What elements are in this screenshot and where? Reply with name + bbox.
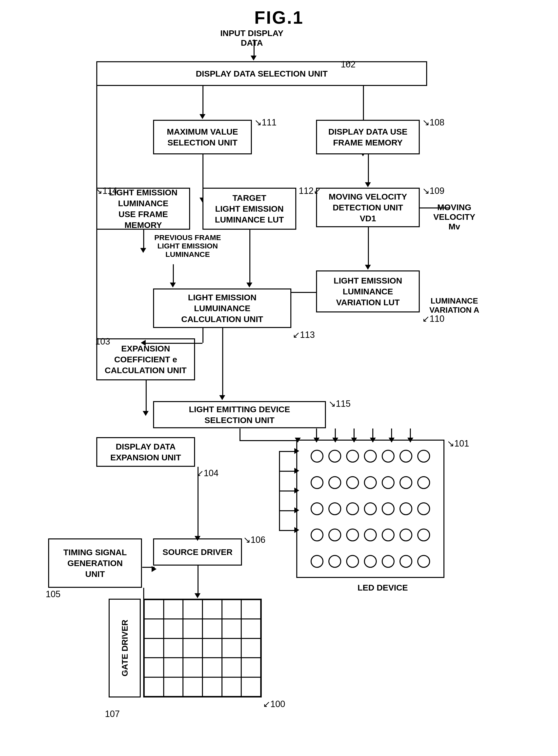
lcd-panel	[143, 599, 262, 698]
arrow-lec-to-ec	[202, 328, 203, 343]
luminance-variation-label: LUMINANCE VARIATION A	[427, 296, 481, 314]
arrowhead-13	[143, 411, 149, 416]
led-1-3	[346, 450, 359, 462]
target-light-emission-block: TARGET LIGHT EMISSION LUMINANCE LUT	[202, 188, 296, 230]
arrowhead-2	[200, 114, 205, 119]
arrowhead-row-2	[294, 468, 299, 474]
fig-title: FIG.1	[254, 7, 304, 28]
ref-113: ↙113	[293, 330, 315, 340]
arrowhead-1	[251, 56, 256, 60]
display-data-selection-block: DISPLAY DATA SELECTION UNIT	[96, 61, 427, 86]
led-1-7	[417, 450, 430, 462]
led-device-label: LED DEVICE	[351, 583, 415, 593]
moving-velocity-label: MOVING VELOCITY Mv	[427, 203, 481, 231]
arrow-sd-to-lcd	[198, 565, 199, 595]
luminance-variation-lut-block: LIGHT EMISSION LUMINANCE VARIATION LUT	[316, 271, 420, 312]
input-display-data-label: INPUT DISPLAY DATA	[215, 28, 289, 48]
arrowhead-5	[365, 182, 371, 187]
arrowhead-row-3	[294, 487, 299, 494]
arrow-leds-v7	[410, 429, 411, 440]
display-data-frame-memory-block: DISPLAY DATA USE FRAME MEMORY	[316, 120, 420, 154]
arrow-lec-to-leds	[222, 328, 223, 397]
ref-109: ↘109	[422, 186, 445, 196]
max-value-selection-block: MAXIMUM VALUE SELECTION UNIT	[153, 120, 252, 154]
light-emitting-device-block: LIGHT EMITTING DEVICE SELECTION UNIT	[153, 401, 326, 428]
arrow-leds-v3	[335, 429, 336, 440]
diagram: FIG.1 INPUT DISPLAY DATA DISPLAY DATA SE…	[0, 0, 558, 756]
arrow-mvd-right	[420, 207, 449, 208]
ref-105: 105	[46, 589, 60, 599]
ref-115: ↘115	[328, 399, 351, 409]
source-driver-block: SOURCE DRIVER	[153, 538, 242, 565]
led-device-container	[296, 439, 445, 578]
led-1-5	[382, 450, 395, 462]
ref-103: 103	[95, 336, 110, 347]
arrow-row-h-3	[279, 490, 295, 492]
arrow-ts-h	[142, 567, 155, 568]
ref-106: ↘106	[243, 535, 265, 545]
previous-frame-label: PREVIOUS FRAME LIGHT EMISSION LUMINANCE	[143, 233, 232, 258]
ref-110: ↙110	[422, 314, 445, 324]
arrow-row-h-5	[279, 530, 295, 531]
arrowhead-10	[247, 282, 252, 287]
arrow-leds-v4	[354, 429, 355, 440]
light-emission-calc-block: LIGHT EMISSION LUMUINANCE CALCULATION UN…	[153, 288, 291, 328]
expansion-coeff-block: EXPANSION COEFFICIENT e CALCULATION UNIT	[96, 338, 195, 380]
arrow-ts-to-sd	[143, 588, 144, 600]
arrowhead-row-4	[294, 507, 299, 513]
arrow-lec-h-to-ec	[146, 343, 202, 344]
arrow-input-to-dds	[254, 40, 255, 57]
ref-104: ↙104	[196, 468, 219, 478]
arrow-leds-down	[239, 429, 240, 441]
timing-signal-block: TIMING SIGNAL GENERATION UNIT	[48, 538, 142, 588]
ref-111: ↘111	[254, 117, 277, 128]
arrow-row-h-1	[279, 451, 295, 452]
arrow-row-h-4	[279, 510, 295, 511]
ref-101: ↘101	[447, 438, 469, 449]
arrow-mvd-to-lelvl	[368, 227, 369, 267]
display-data-expansion-block: DISPLAY DATA EXPANSION UNIT	[96, 437, 195, 467]
arrow-row-h-2	[279, 471, 295, 472]
arrowhead-15	[195, 593, 201, 598]
arrowhead-row-5	[294, 527, 299, 533]
arrowhead-row-1	[294, 448, 299, 454]
arrow-pf-to-lec	[173, 264, 174, 284]
ref-107: 107	[105, 709, 120, 719]
ref-112: 112↙	[299, 186, 321, 196]
arrowhead-8	[140, 248, 146, 253]
arrow-ddfm-to-mvd	[368, 154, 369, 184]
led-1-6	[400, 450, 412, 462]
led-1-2	[328, 450, 341, 462]
arrowhead-9	[170, 282, 176, 287]
arrow-leds-v2	[316, 429, 317, 440]
ref-100: ↙100	[263, 699, 285, 709]
ref-108: ↘108	[422, 117, 445, 128]
arrow-lelf-down	[143, 230, 144, 249]
led-1-4	[364, 450, 377, 462]
arrow-tle-to-lec	[249, 230, 250, 284]
arrow-leds-h	[239, 440, 296, 441]
arrowhead-led-1	[295, 438, 301, 443]
arrow-dde-to-sd	[198, 467, 199, 537]
arrow-leds-v5	[372, 429, 373, 440]
arrow-leds-v6	[391, 429, 392, 440]
moving-velocity-detection-block: MOVING VELOCITY DETECTION UNIT VD1	[316, 188, 420, 227]
gate-driver-block: GATE DRIVER	[109, 599, 141, 698]
arrowhead-12	[219, 395, 225, 400]
arrow-dds-left-down	[96, 86, 97, 341]
arrowhead-14	[195, 536, 201, 541]
arrowhead-6	[365, 265, 371, 270]
arrowhead-11	[141, 340, 146, 346]
arrow-ec-to-dde	[146, 380, 147, 412]
arrow-row-v	[279, 451, 280, 531]
ref-114: ↘114	[95, 186, 117, 196]
arrow-dds-to-mvs	[202, 86, 203, 116]
led-1-1	[311, 450, 324, 462]
